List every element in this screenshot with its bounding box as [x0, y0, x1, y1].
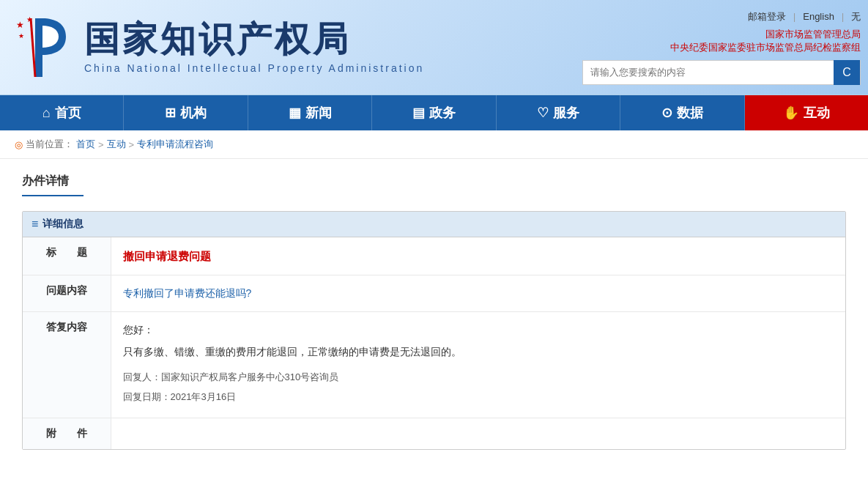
gov-link-1[interactable]: 国家市场监管管理总局 — [765, 28, 861, 41]
nav-label-home: 首页 — [55, 104, 81, 122]
breadcrumb-prefix: 当前位置： — [26, 138, 73, 151]
breadcrumb-sep-1: > — [98, 139, 104, 150]
value-attachment — [111, 418, 845, 449]
value-title: 撤回申请退费问题 — [111, 237, 845, 275]
nav-label-interact: 互动 — [804, 104, 830, 122]
logo-text-area: 国家知识产权局 China National Intellectual Prop… — [84, 21, 424, 74]
search-button[interactable]: C — [834, 60, 860, 85]
interact-icon: ✋ — [783, 105, 799, 121]
nav-item-data[interactable]: ⊙ 数据 — [620, 95, 744, 130]
search-bar: C — [582, 60, 861, 85]
nav-label-news: 新闻 — [305, 104, 332, 122]
nav-label-policy: 政务 — [429, 104, 456, 122]
detail-box: 详细信息 标 题 撤回申请退费问题 问题内容 专利撤回了申请费还能退吗? — [22, 211, 846, 450]
logo-chinese: 国家知识产权局 — [84, 21, 424, 59]
wuzhang-link[interactable]: 无 — [851, 10, 861, 23]
logo-area: ★ ★ ★ 国家知识产权局 China National Intellectua… — [0, 15, 560, 81]
label-title: 标 题 — [23, 237, 111, 275]
gov-links: 国家市场监管管理总局 中央纪委国家监委驻市场监管总局纪检监察组 — [670, 28, 861, 54]
label-question: 问题内容 — [23, 275, 111, 312]
divider1: | — [793, 12, 795, 22]
breadcrumb: 当前位置： 首页 > 互动 > 专利申请流程咨询 — [0, 130, 868, 159]
table-row-question: 问题内容 专利撤回了申请费还能退吗? — [23, 275, 845, 312]
logo-icon: ★ ★ ★ — [15, 15, 73, 81]
policy-icon: ▤ — [412, 105, 425, 121]
svg-line-3 — [31, 18, 35, 77]
english-link[interactable]: English — [803, 11, 834, 22]
gov-link-2[interactable]: 中央纪委国家监委驻市场监管总局纪检监察组 — [670, 41, 861, 54]
reply-date: 回复日期：2021年3月16日 — [123, 388, 834, 405]
nav-item-policy[interactable]: ▤ 政务 — [372, 95, 496, 130]
detail-header-label: 详细信息 — [42, 218, 84, 231]
email-login-link[interactable]: 邮箱登录 — [748, 10, 786, 23]
detail-box-header: 详细信息 — [23, 212, 845, 237]
svg-text:★: ★ — [18, 32, 24, 40]
org-icon: ⊞ — [165, 105, 176, 121]
service-icon: ♡ — [537, 105, 549, 121]
table-row-answer: 答复内容 您好： 只有多缴、错缴、重缴的费用才能退回，正常缴纳的申请费是无法退回… — [23, 312, 845, 418]
main-content: 办件详情 详细信息 标 题 撤回申请退费问题 问题内容 专利撤回了申请费还能 — [0, 159, 868, 464]
section-title: 办件详情 — [22, 174, 84, 196]
question-value-text: 专利撤回了申请费还能退吗? — [123, 287, 252, 299]
detail-table: 标 题 撤回申请退费问题 问题内容 专利撤回了申请费还能退吗? 答复内容 — [23, 237, 845, 449]
top-links: 邮箱登录 | English | 无 — [748, 10, 861, 23]
table-row-title: 标 题 撤回申请退费问题 — [23, 237, 845, 275]
reply-person: 回复人：国家知识产权局客户服务中心310号咨询员 — [123, 369, 834, 385]
page-header: ★ ★ ★ 国家知识产权局 China National Intellectua… — [0, 0, 868, 95]
answer-meta: 回复人：国家知识产权局客户服务中心310号咨询员 回复日期：2021年3月16日 — [123, 369, 834, 406]
nav-label-service: 服务 — [553, 104, 579, 122]
breadcrumb-sep-2: > — [129, 139, 135, 150]
main-nav: 首页 ⊞ 机构 ▦ 新闻 ▤ 政务 ♡ 服务 ⊙ 数据 ✋ 互动 — [0, 95, 868, 130]
title-value-text: 撤回申请退费问题 — [123, 250, 211, 262]
answer-greeting: 您好： — [123, 321, 834, 339]
nav-item-news[interactable]: ▦ 新闻 — [248, 95, 372, 130]
breadcrumb-home[interactable]: 首页 — [76, 138, 95, 151]
value-answer: 您好： 只有多缴、错缴、重缴的费用才能退回，正常缴纳的申请费是无法退回的。 回复… — [111, 312, 845, 418]
header-right: 邮箱登录 | English | 无 国家市场监管管理总局 中央纪委国家监委驻市… — [560, 10, 868, 85]
label-attachment: 附 件 — [23, 418, 111, 449]
logo-english: China National Intellectual Property Adm… — [84, 62, 424, 74]
home-icon — [42, 106, 51, 121]
svg-text:★: ★ — [16, 20, 24, 30]
nav-label-data: 数据 — [677, 104, 703, 122]
detail-header-icon — [31, 218, 38, 231]
breadcrumb-current: 专利申请流程咨询 — [137, 138, 213, 151]
nav-item-service[interactable]: ♡ 服务 — [497, 95, 620, 130]
nav-label-org: 机构 — [180, 104, 207, 122]
nav-item-home[interactable]: 首页 — [0, 95, 124, 130]
nav-item-interact[interactable]: ✋ 互动 — [745, 95, 868, 130]
divider2: | — [842, 12, 844, 22]
table-row-attachment: 附 件 — [23, 418, 845, 449]
search-icon: C — [842, 66, 851, 79]
answer-line1: 只有多缴、错缴、重缴的费用才能退回，正常缴纳的申请费是无法退回的。 — [123, 343, 834, 361]
search-input[interactable] — [583, 67, 834, 78]
data-icon: ⊙ — [661, 105, 672, 121]
breadcrumb-interact[interactable]: 互动 — [107, 138, 126, 151]
value-question: 专利撤回了申请费还能退吗? — [111, 275, 845, 312]
label-answer: 答复内容 — [23, 312, 111, 418]
news-icon: ▦ — [289, 105, 301, 121]
nav-item-org[interactable]: ⊞ 机构 — [124, 95, 248, 130]
location-icon — [15, 139, 23, 150]
